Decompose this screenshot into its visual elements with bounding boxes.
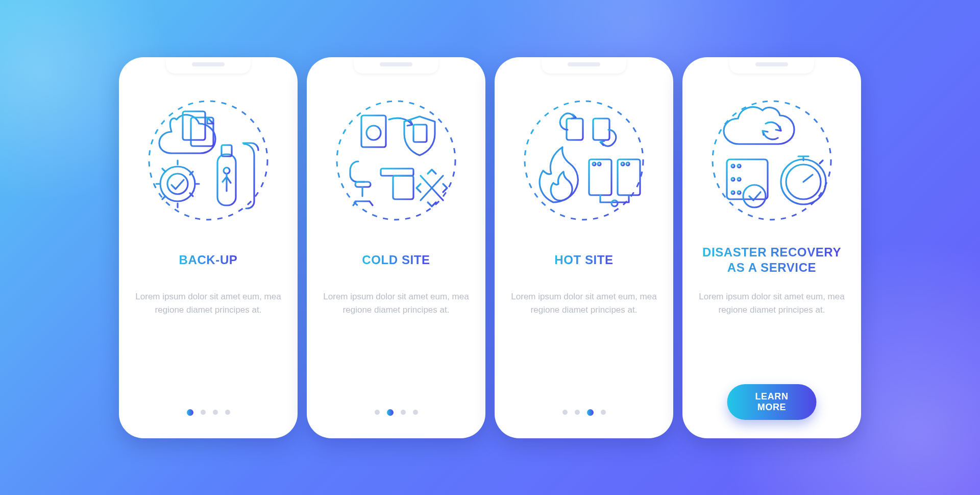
card-title: COLD SITE (359, 244, 433, 276)
dot-1[interactable] (562, 410, 568, 415)
svg-point-33 (593, 162, 596, 166)
svg-rect-24 (593, 119, 609, 140)
svg-point-34 (598, 162, 601, 166)
backup-icon (142, 94, 275, 227)
svg-point-47 (738, 191, 741, 194)
page-indicator (307, 409, 485, 416)
onboarding-card-cold-site: COLD SITE Lorem ipsum dolor sit amet eum… (307, 57, 485, 438)
cold-site-icon (330, 94, 462, 227)
card-desc: Lorem ipsum dolor sit amet eum, mea regi… (320, 290, 472, 317)
dot-4[interactable] (413, 410, 418, 415)
dot-3[interactable] (401, 410, 406, 415)
svg-point-45 (738, 178, 741, 181)
svg-point-51 (743, 185, 766, 207)
dot-4[interactable] (225, 410, 230, 415)
dot-2[interactable] (201, 410, 206, 415)
svg-point-42 (731, 164, 734, 168)
svg-rect-11 (413, 125, 427, 142)
card-title: HOT SITE (551, 244, 616, 276)
dot-2[interactable] (575, 410, 580, 415)
stage: BACK-UP Lorem ipsum dolor sit amet eum, … (0, 0, 980, 495)
page-indicator (119, 409, 298, 416)
dot-3[interactable] (213, 410, 218, 415)
onboarding-card-backup: BACK-UP Lorem ipsum dolor sit amet eum, … (119, 57, 298, 438)
dot-2[interactable] (387, 409, 394, 416)
svg-point-7 (224, 168, 230, 174)
card-title: DISASTER RECOVERY AS A SERVICE (699, 244, 844, 276)
card-desc: Lorem ipsum dolor sit amet eum, mea regi… (132, 290, 284, 317)
dot-1[interactable] (187, 409, 193, 416)
svg-rect-23 (567, 119, 583, 140)
svg-rect-1 (191, 117, 213, 146)
card-desc: Lorem ipsum dolor sit amet eum, mea regi… (696, 290, 848, 317)
learn-more-button[interactable]: LEARN MORE (727, 384, 817, 420)
svg-rect-17 (355, 182, 371, 187)
phone-notch (729, 57, 814, 74)
phone-notch (542, 57, 626, 74)
dot-3[interactable] (587, 409, 594, 416)
svg-point-35 (621, 162, 624, 166)
page-indicator (495, 409, 673, 416)
svg-rect-12 (381, 169, 413, 176)
dot-4[interactable] (601, 410, 606, 415)
dot-1[interactable] (375, 410, 380, 415)
card-title: BACK-UP (176, 244, 241, 276)
card-desc: Lorem ipsum dolor sit amet eum, mea regi… (508, 290, 660, 317)
svg-point-36 (626, 162, 629, 166)
hot-site-icon (518, 94, 650, 227)
svg-point-46 (731, 191, 734, 194)
onboarding-card-hot-site: HOT SITE Lorem ipsum dolor sit amet eum,… (495, 57, 673, 438)
svg-point-44 (731, 178, 734, 181)
svg-point-37 (611, 200, 618, 206)
svg-point-4 (167, 174, 188, 194)
svg-rect-39 (727, 159, 768, 199)
onboarding-card-draas: DISASTER RECOVERY AS A SERVICE Lorem ips… (682, 57, 861, 438)
phone-notch (354, 57, 438, 74)
svg-rect-2 (183, 111, 205, 140)
svg-rect-13 (393, 176, 413, 199)
svg-point-43 (738, 164, 741, 168)
draas-icon (705, 94, 838, 227)
phone-notch (166, 57, 251, 74)
